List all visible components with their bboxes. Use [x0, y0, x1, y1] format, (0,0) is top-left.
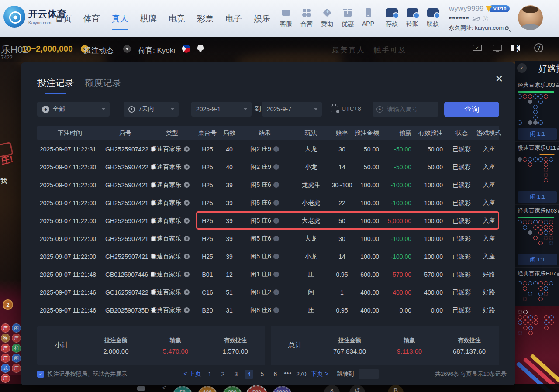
- quick-action[interactable]: 赞助: [319, 7, 335, 28]
- copy-icon[interactable]: [151, 218, 155, 223]
- nav-item[interactable]: 电竞: [169, 13, 185, 24]
- nav-item[interactable]: 棋牌: [140, 13, 157, 24]
- table-row[interactable]: 2025-09-07 11:22:30GH2525907422极速百家乐H254…: [37, 158, 499, 176]
- tab-bet-records[interactable]: 投注记录: [37, 77, 74, 89]
- time-range-select[interactable]: 7天内: [124, 102, 179, 117]
- copy-icon[interactable]: [151, 165, 155, 169]
- info-icon[interactable]: i: [273, 218, 279, 224]
- eye-off-icon[interactable]: [473, 17, 480, 21]
- quick-action[interactable]: 合营: [298, 7, 315, 28]
- table-row[interactable]: 2025-09-07 11:22:00GH2525907421极速百家乐H253…: [37, 212, 499, 230]
- prev-page-button[interactable]: < 上页: [183, 370, 201, 378]
- round-number-input[interactable]: [386, 105, 434, 113]
- nav-item[interactable]: 彩票: [197, 13, 214, 24]
- table-row[interactable]: 2025-09-07 11:22:00GH2525907421极速百家乐H253…: [37, 176, 499, 194]
- wallet-action-label: 取款: [427, 20, 439, 28]
- road-bet-button[interactable]: 闲 1:1: [518, 128, 557, 140]
- road-card[interactable]: 经典百家乐J03闲 1:1: [515, 79, 559, 141]
- help-icon[interactable]: ?: [534, 43, 543, 52]
- clear-bets-button[interactable]: ×: [324, 385, 340, 392]
- info-icon[interactable]: i: [273, 307, 279, 313]
- table-row[interactable]: 2025-09-07 11:21:48GB0125907446极速百家乐B011…: [37, 265, 499, 283]
- game-type-icon: [184, 164, 190, 170]
- info-icon[interactable]: i: [273, 200, 279, 206]
- nav-item[interactable]: 首页: [55, 13, 72, 24]
- chip-stack-icon[interactable]: [137, 386, 145, 391]
- nav-item[interactable]: 娱乐: [254, 13, 270, 24]
- chip-1000[interactable]: 1000: [272, 386, 292, 392]
- monitor-icon[interactable]: [493, 45, 502, 51]
- copy-icon[interactable]: [151, 272, 155, 277]
- road-bet-button[interactable]: 闲 1:1: [518, 254, 557, 265]
- page-number[interactable]: 5: [258, 370, 266, 379]
- info-icon[interactable]: i: [273, 236, 279, 241]
- collapse-icon[interactable]: ‹: [517, 63, 527, 73]
- quick-action[interactable]: APP: [360, 7, 376, 28]
- nav-item[interactable]: 电子: [225, 13, 242, 24]
- bell-icon[interactable]: [197, 45, 204, 50]
- table-row[interactable]: 2025-09-07 11:22:31GH2525907422极速百家乐H254…: [37, 140, 499, 158]
- info-icon[interactable]: i: [273, 146, 279, 152]
- close-icon[interactable]: ×: [493, 73, 506, 86]
- chip-200[interactable]: 200: [222, 386, 242, 392]
- road-card[interactable]: 极速百家乐U11闲 1:1: [515, 141, 559, 204]
- chevron-circle-icon[interactable]: ∨: [483, 16, 488, 21]
- info-icon[interactable]: i: [273, 164, 279, 170]
- table-row[interactable]: 2025-09-07 11:22:00GH2525907421极速百家乐H253…: [37, 248, 499, 265]
- next-page-button[interactable]: 下页 >: [311, 370, 328, 378]
- page-number[interactable]: 4: [245, 370, 253, 379]
- info-icon[interactable]: i: [273, 289, 279, 295]
- page-number[interactable]: 6: [271, 370, 280, 379]
- copy-icon[interactable]: [151, 200, 155, 205]
- chip-50[interactable]: 50: [173, 386, 193, 392]
- page-number[interactable]: 2: [218, 370, 227, 379]
- copy-icon[interactable]: [151, 254, 155, 259]
- road-card[interactable]: 经典百家乐M03闲 1:1: [515, 204, 559, 267]
- round-number-field[interactable]: A: [373, 102, 438, 117]
- search-icon[interactable]: [505, 26, 509, 30]
- bet-feed-chevron-icon[interactable]: [123, 45, 131, 53]
- chip-500[interactable]: 500: [245, 385, 268, 392]
- table-row[interactable]: 2025-09-07 11:22:00GH2525907421极速百家乐H253…: [37, 230, 499, 248]
- table-row[interactable]: 2025-09-07 11:21:46GC1625907422极速百家乐C165…: [37, 283, 499, 301]
- table-row[interactable]: 2025-09-07 11:22:00GH2525907421极速百家乐H253…: [37, 194, 499, 212]
- page-number[interactable]: 270: [296, 370, 306, 379]
- game-type-select[interactable]: ♠ 全部: [37, 102, 110, 117]
- info-icon[interactable]: i: [273, 272, 279, 277]
- date-to-select[interactable]: 2025-9-7: [262, 102, 322, 117]
- nav-item[interactable]: 体育: [83, 13, 100, 24]
- page-number[interactable]: 1: [205, 370, 214, 379]
- quick-action[interactable]: 优惠: [339, 7, 356, 28]
- undo-button[interactable]: ↺: [349, 385, 365, 392]
- quick-action[interactable]: 客服: [278, 7, 294, 28]
- road-bet-button[interactable]: 闲 1:1: [518, 191, 557, 203]
- copy-icon[interactable]: [151, 182, 155, 187]
- copy-icon[interactable]: [151, 290, 155, 295]
- tab-quota-records[interactable]: 额度记录: [85, 77, 121, 89]
- avatar[interactable]: [518, 5, 543, 30]
- table-row[interactable]: 2025-09-07 11:21:46GB202590735D经典百家乐B203…: [37, 301, 499, 319]
- wallet-action[interactable]: 转账: [404, 7, 421, 28]
- road-dot: [528, 292, 532, 296]
- merge-checkbox[interactable]: ✓: [37, 371, 44, 378]
- speaker-icon[interactable]: [513, 45, 520, 51]
- copy-icon[interactable]: [151, 147, 155, 151]
- bonus-button[interactable]: B: [388, 385, 404, 392]
- video-check-icon[interactable]: ✓: [473, 45, 482, 51]
- copy-icon[interactable]: [152, 308, 155, 313]
- merge-option[interactable]: ✓ 投注记录按照局、玩法合并展示: [37, 370, 127, 378]
- bet-feed-label[interactable]: 投注动态: [84, 45, 114, 55]
- page-number[interactable]: 3: [231, 370, 240, 379]
- query-button[interactable]: 查询: [444, 102, 499, 117]
- nav-item[interactable]: 真人: [112, 13, 128, 24]
- info-icon[interactable]: i: [273, 182, 279, 188]
- date-from-select[interactable]: 2025-9-1: [191, 102, 252, 117]
- road-empty-cell: [528, 241, 532, 245]
- jump-to-input[interactable]: [359, 369, 379, 379]
- chip-100[interactable]: 100: [197, 386, 217, 392]
- wallet-action[interactable]: 存款: [383, 7, 400, 28]
- copy-icon[interactable]: [151, 236, 155, 241]
- quick-action-label: 赞助: [321, 20, 333, 28]
- wallet-action[interactable]: 取款: [424, 7, 441, 28]
- info-icon[interactable]: i: [273, 254, 279, 259]
